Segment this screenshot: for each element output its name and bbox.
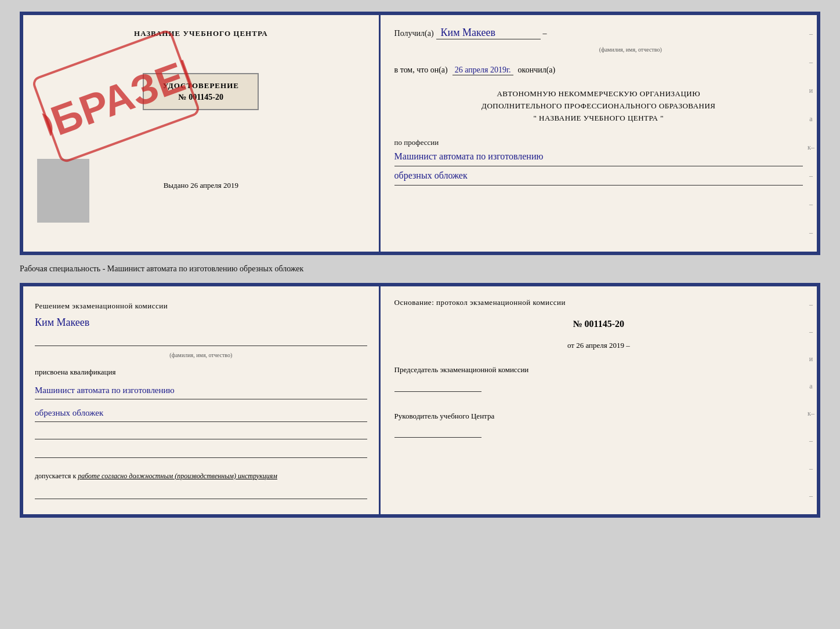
rukovoditel-line: [394, 424, 481, 438]
fio-hint-top: (фамилия, имя, отчество): [458, 46, 803, 53]
poluchil-label: Получил(а): [394, 29, 434, 38]
profession-section: по профессии Машинист автомата по изгото…: [394, 138, 803, 186]
recipient-name: Ким Макеев: [436, 27, 541, 39]
bottom-document-pair: Решением экзаменационной комиссии Ким Ма…: [20, 283, 820, 518]
udostoverenie-number: № 001145-20: [155, 93, 246, 102]
dopuskaetsya-prefix: допускается к: [35, 472, 76, 480]
top-left-panel: НАЗВАНИЕ УЧЕБНОГО ЦЕНТРА ОБРАЗЕЦ УДОСТОВ…: [23, 15, 381, 252]
vtom-label: в том, что он(а): [394, 66, 448, 75]
dash-right: –: [626, 341, 630, 350]
rukovoditel-label: Руководитель учебного Центра: [394, 410, 803, 422]
predsedatel-label: Председатель экзаменационной комиссии: [394, 364, 803, 376]
ot-label: от: [567, 341, 574, 350]
udostoverenie-title: УДОСТОВЕРЕНИЕ: [155, 81, 246, 90]
poluchil-row: Получил(а) Ким Макеев –: [394, 27, 803, 39]
resheniem-text: Решением экзаменационной комиссии: [35, 300, 367, 312]
vtom-row: в том, что он(а) 26 апреля 2019г. окончи…: [394, 66, 803, 75]
protokol-number: № 001145-20: [394, 319, 803, 329]
dash-after-name: –: [543, 29, 547, 38]
bottom-right-panel: Основание: протокол экзаменационной коми…: [381, 286, 817, 514]
org-line2: ДОПОЛНИТЕЛЬНОГО ПРОФЕССИОНАЛЬНОГО ОБРАЗО…: [394, 100, 803, 112]
speciality-label: Рабочая специальность - Машинист автомат…: [20, 264, 820, 274]
predsedatel-block: Председатель экзаменационной комиссии: [394, 364, 803, 394]
qual-underline2: [35, 446, 367, 458]
qualification-hw2: обрезных обложек: [35, 404, 367, 422]
bottom-right-margin: – – и а к– – – –: [805, 286, 817, 514]
bottom-left-panel: Решением экзаменационной комиссии Ким Ма…: [23, 286, 381, 514]
top-right-panel: Получил(а) Ким Макеев – (фамилия, имя, о…: [381, 15, 817, 252]
udostoverenie-block: УДОСТОВЕРЕНИЕ № 001145-20: [143, 73, 259, 110]
right-margin: – – и а к– – – –: [805, 15, 817, 252]
ot-date: 26 апреля 2019: [576, 341, 624, 350]
photo-placeholder: [37, 159, 89, 223]
rukovoditel-block: Руководитель учебного Центра: [394, 410, 803, 441]
dopuskaetsya-text: допускается к работе согласно должностны…: [35, 471, 367, 482]
bottom-name-hw: Ким Макеев: [35, 317, 367, 329]
dopusk-underline: [35, 488, 367, 499]
osnovanie-title: Основание: протокол экзаменационной коми…: [394, 298, 803, 307]
profession-hw2: обрезных обложек: [394, 166, 803, 186]
qual-underline1: [35, 428, 367, 439]
org-line3: " НАЗВАНИЕ УЧЕБНОГО ЦЕНТРА ": [394, 112, 803, 125]
profession-hw1: Машинист автомата по изготовлению: [394, 147, 803, 166]
org-block: АВТОНОМНУЮ НЕКОММЕРЧЕСКУЮ ОРГАНИЗАЦИЮ ДО…: [394, 88, 803, 124]
org-line1: АВТОНОМНУЮ НЕКОММЕРЧЕСКУЮ ОРГАНИЗАЦИЮ: [394, 88, 803, 100]
okonchil-label: окончил(а): [518, 66, 556, 75]
top-left-header: НАЗВАНИЕ УЧЕБНОГО ЦЕНТРА: [35, 29, 367, 38]
dopuskaetsya-italic: работе согласно должностным (производств…: [78, 472, 277, 480]
predsedatel-line: [394, 378, 481, 392]
stamp-area: ОБРАЗЕЦ УДОСТОВЕРЕНИЕ № 001145-20: [35, 56, 367, 172]
completion-date: 26 апреля 2019г.: [452, 66, 513, 75]
profession-label: по профессии: [394, 138, 803, 147]
qualification-hw1: Машинист автомата по изготовлению: [35, 381, 367, 399]
prisvoyena-text: присвоена квалификация: [35, 368, 367, 377]
ot-row: от 26 апреля 2019 –: [394, 341, 803, 350]
name-underline: [35, 335, 367, 346]
fio-hint-bottom: (фамилия, имя, отчество): [35, 352, 367, 358]
